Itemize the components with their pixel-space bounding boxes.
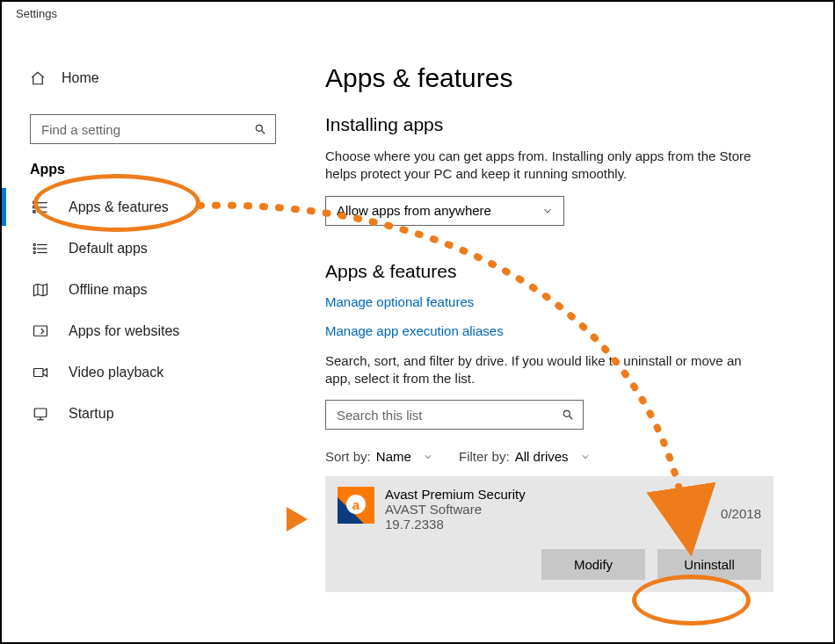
svg-point-13 — [33, 251, 35, 253]
apps-list-search[interactable] — [325, 400, 584, 430]
list-icon — [32, 199, 49, 216]
sidebar-item-label: Video playback — [69, 365, 163, 380]
app-publisher: AVAST Software — [385, 502, 526, 517]
sidebar-item-label: Offline maps — [69, 282, 148, 298]
search-icon — [562, 409, 574, 421]
home-nav[interactable]: Home — [2, 63, 301, 93]
sort-by-control[interactable]: Sort by: Name — [325, 449, 432, 464]
chevron-down-icon — [581, 449, 590, 464]
svg-rect-7 — [33, 210, 35, 212]
search-icon — [254, 123, 266, 135]
sidebar-item-apps-features[interactable]: Apps & features — [2, 186, 301, 228]
sidebar-item-video-playback[interactable]: Video playback — [2, 351, 301, 393]
apps-section-description: Search, sort, and filter by drive. If yo… — [325, 352, 765, 388]
app-install-date: 0/2018 — [721, 487, 761, 521]
installing-heading: Installing apps — [325, 114, 798, 135]
app-list-item[interactable]: a Avast Premium Security AVAST Software … — [325, 476, 773, 592]
link-execution-aliases[interactable]: Manage app execution aliases — [325, 323, 798, 338]
dropdown-value: Allow apps from anywhere — [337, 203, 491, 218]
web-icon — [32, 322, 49, 340]
sort-value: Name — [376, 449, 411, 464]
home-icon — [30, 70, 46, 86]
startup-icon — [32, 405, 49, 423]
modify-button[interactable]: Modify — [541, 549, 645, 580]
sidebar-search-input[interactable] — [40, 121, 254, 138]
svg-rect-16 — [34, 326, 47, 336]
map-icon — [32, 281, 49, 299]
svg-point-21 — [563, 410, 570, 416]
svg-point-11 — [33, 243, 35, 245]
sidebar: Home Apps Apps & features — [2, 28, 301, 642]
sidebar-nav-list: Apps & features Default apps — [2, 186, 301, 434]
sidebar-item-label: Startup — [69, 406, 114, 422]
sidebar-item-offline-maps[interactable]: Offline maps — [2, 269, 301, 310]
svg-point-0 — [256, 125, 262, 131]
link-optional-features[interactable]: Manage optional features — [325, 294, 798, 309]
svg-rect-5 — [33, 201, 35, 203]
defaults-icon — [32, 240, 49, 257]
apps-section-heading: Apps & features — [325, 261, 798, 282]
svg-rect-6 — [33, 206, 35, 207]
svg-point-12 — [33, 247, 35, 249]
install-source-dropdown[interactable]: Allow apps from anywhere — [325, 196, 564, 226]
svg-rect-17 — [34, 368, 44, 376]
app-name: Avast Premium Security — [385, 487, 526, 502]
chevron-down-icon — [542, 206, 553, 216]
chevron-down-icon — [424, 449, 432, 464]
filter-value: All drives — [515, 449, 569, 464]
sidebar-item-label: Default apps — [69, 241, 148, 257]
svg-line-22 — [570, 416, 573, 420]
apps-list-search-input[interactable] — [335, 407, 562, 423]
filter-by-control[interactable]: Filter by: All drives — [459, 449, 590, 464]
sidebar-item-default-apps[interactable]: Default apps — [2, 228, 301, 269]
svg-rect-18 — [34, 409, 47, 417]
uninstall-button[interactable]: Uninstall — [657, 549, 761, 580]
filter-label: Filter by: — [459, 449, 510, 464]
sidebar-item-label: Apps for websites — [69, 323, 179, 339]
sidebar-search[interactable] — [30, 114, 276, 144]
sidebar-item-startup[interactable]: Startup — [2, 393, 301, 434]
app-version: 19.7.2338 — [385, 517, 526, 532]
window-title: Settings — [2, 2, 833, 28]
svg-line-1 — [262, 131, 265, 134]
app-icon-avast: a — [338, 487, 374, 524]
sidebar-item-apps-websites[interactable]: Apps for websites — [2, 310, 301, 351]
home-label: Home — [62, 70, 99, 86]
title-text: Settings — [16, 7, 57, 20]
main-content: Apps & features Installing apps Choose w… — [301, 28, 833, 642]
video-icon — [32, 364, 49, 381]
sidebar-item-label: Apps & features — [69, 199, 169, 215]
sidebar-section-title: Apps — [30, 162, 301, 177]
installing-description: Choose where you can get apps from. Inst… — [325, 148, 765, 184]
page-title: Apps & features — [325, 63, 798, 93]
sort-label: Sort by: — [325, 449, 371, 464]
